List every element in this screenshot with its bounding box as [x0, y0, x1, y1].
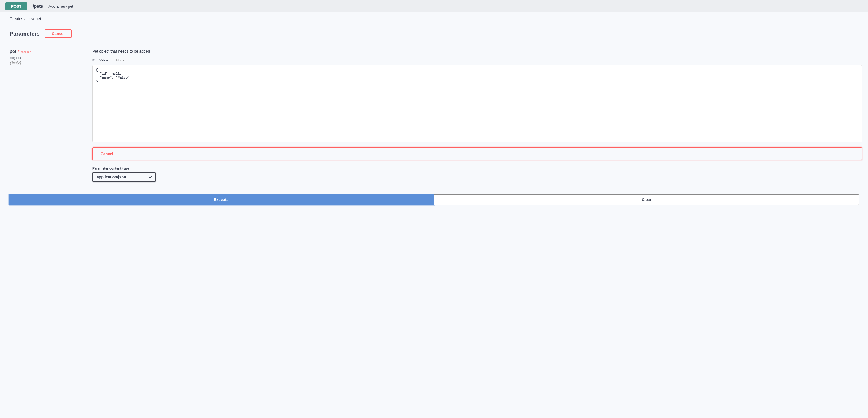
cancel-body-button[interactable]: Cancel: [92, 147, 862, 160]
parameter-name: pet: [10, 49, 16, 54]
parameter-name-row: pet * required: [10, 49, 92, 54]
parameters-content: pet * required object (body) Pet object …: [10, 49, 862, 182]
execute-button[interactable]: Execute: [8, 195, 434, 205]
cancel-button[interactable]: Cancel: [44, 29, 72, 38]
parameters-header: Parameters Cancel: [10, 29, 862, 38]
body-input[interactable]: [92, 65, 862, 142]
required-text: required: [21, 51, 31, 54]
operation-panel: POST /pets Add a new pet Creates a new p…: [0, 0, 868, 209]
method-badge: POST: [5, 2, 27, 10]
operation-header[interactable]: POST /pets Add a new pet: [0, 0, 868, 12]
tab-edit-value[interactable]: Edit Value: [92, 58, 112, 62]
parameters-title: Parameters: [10, 31, 40, 37]
parameter-meta: pet * required object (body): [10, 49, 92, 182]
tab-divider: [112, 58, 112, 62]
clear-button[interactable]: Clear: [434, 195, 860, 205]
parameter-in: (body): [10, 61, 92, 65]
operation-body: Creates a new pet Parameters Cancel pet …: [0, 12, 868, 209]
operation-description: Creates a new pet: [10, 17, 862, 21]
parameter-description: Pet object that needs to be added: [92, 49, 862, 54]
required-star: *: [18, 49, 19, 54]
content-type-select[interactable]: application/json: [92, 172, 156, 182]
parameter-type: object: [10, 56, 92, 60]
editor-tabs: Edit Value Model: [92, 58, 862, 62]
operation-summary: Add a new pet: [49, 4, 73, 8]
content-type-select-wrap: application/json: [92, 172, 156, 182]
content-type-label: Parameter content type: [92, 167, 862, 170]
tab-model[interactable]: Model: [116, 58, 129, 62]
parameter-editor: Pet object that needs to be added Edit V…: [92, 49, 862, 182]
operation-path: /pets: [33, 4, 43, 9]
action-row: Execute Clear: [8, 195, 860, 205]
content-type-section: Parameter content type application/json: [92, 167, 862, 182]
